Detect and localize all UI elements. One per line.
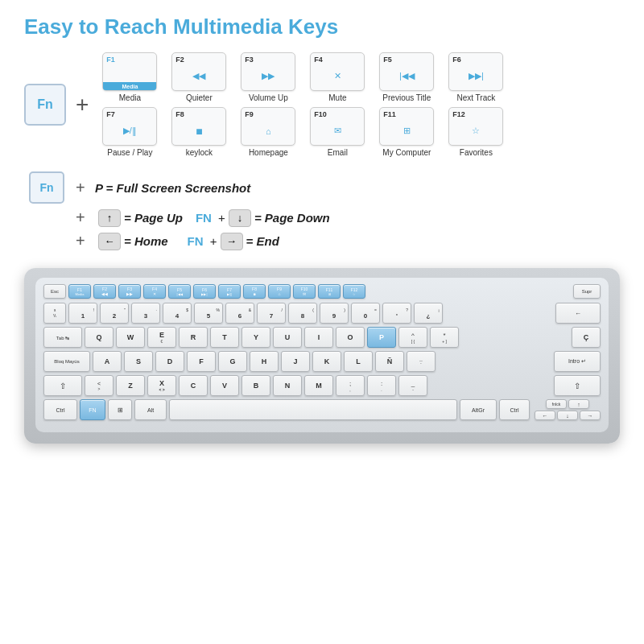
kb-arr-down[interactable]: ↓ bbox=[557, 411, 578, 420]
kb-v[interactable]: V bbox=[210, 375, 239, 396]
kb-r[interactable]: R bbox=[179, 327, 208, 348]
key-caption-f2: Quieter bbox=[186, 93, 213, 102]
kb-5[interactable]: %5 bbox=[194, 303, 223, 324]
kb-m[interactable]: M bbox=[304, 375, 333, 396]
kb-3[interactable]: ·3 bbox=[131, 303, 160, 324]
arrow-down-key: ↓ bbox=[229, 209, 251, 227]
key-item-f3: F3 ▶▶ Volume Up bbox=[237, 52, 299, 102]
kb-lt[interactable]: <> bbox=[85, 375, 114, 396]
key-caption-f7: Pause / Play bbox=[107, 148, 152, 157]
key-box-f2: F2 ◀◀ bbox=[171, 52, 226, 91]
kb-p[interactable]: P bbox=[367, 327, 396, 348]
kb-dash[interactable]: _- bbox=[398, 375, 427, 396]
kb-o[interactable]: O bbox=[336, 327, 365, 348]
title-highlight: Multimedia Keys bbox=[173, 14, 338, 39]
kb-z[interactable]: Z bbox=[116, 375, 145, 396]
kb-x[interactable]: X< > bbox=[147, 375, 176, 396]
kb-enter[interactable]: Intro ↵ bbox=[554, 351, 601, 372]
kb-7[interactable]: /7 bbox=[257, 303, 286, 324]
kb-f7[interactable]: F7▶/‖ bbox=[218, 284, 241, 299]
kb-dotdot[interactable]: ..´ bbox=[407, 351, 436, 372]
kb-q[interactable]: Q bbox=[85, 327, 114, 348]
kb-y[interactable]: Y bbox=[242, 327, 270, 348]
key-caption-f12: Favorites bbox=[460, 148, 493, 157]
kb-u[interactable]: U bbox=[273, 327, 302, 348]
kb-tab[interactable]: Tab ↹ bbox=[43, 327, 82, 348]
key-caption-f1: Media bbox=[119, 93, 141, 102]
kb-f12[interactable]: F12☆ bbox=[343, 284, 365, 299]
kb-excl[interactable]: ¡¿ bbox=[414, 303, 443, 324]
kb-f5[interactable]: F5|◀◀ bbox=[168, 284, 191, 299]
kb-n[interactable]: N bbox=[273, 375, 302, 396]
kb-f10[interactable]: F10✉ bbox=[293, 284, 316, 299]
kb-ctrl-r[interactable]: Ctrl bbox=[499, 399, 530, 420]
page-title: Easy to Reach Multimedia Keys bbox=[24, 14, 338, 39]
kb-alt[interactable]: Alt bbox=[134, 399, 167, 420]
kb-arr-right[interactable]: → bbox=[580, 411, 601, 420]
kb-apos[interactable]: ?' bbox=[382, 303, 411, 324]
kb-bottom-row: Ctrl FN ⊞ Alt AltGr Ctrl fnlck ↑ ← ↓ → bbox=[43, 399, 601, 420]
kb-comma[interactable]: ;, bbox=[336, 375, 365, 396]
kb-a[interactable]: A bbox=[93, 351, 122, 372]
kb-j[interactable]: J bbox=[281, 351, 310, 372]
kb-e[interactable]: E€ bbox=[147, 327, 176, 348]
kb-num-special1[interactable]: ª\\ bbox=[43, 303, 66, 324]
kb-win[interactable]: ⊞ bbox=[108, 399, 132, 420]
kb-w[interactable]: W bbox=[116, 327, 145, 348]
key-item-f9: F9 ⌂ Homepage bbox=[237, 107, 299, 157]
kb-1[interactable]: !1 bbox=[68, 303, 97, 324]
kb-f8[interactable]: F8■ bbox=[243, 284, 266, 299]
kb-6[interactable]: &6 bbox=[225, 303, 254, 324]
kb-f3[interactable]: F3▶▶ bbox=[118, 284, 141, 299]
kb-h[interactable]: H bbox=[250, 351, 279, 372]
kb-altgr[interactable]: AltGr bbox=[460, 399, 497, 420]
keys-grid: F1 Media Media F2 ◀◀ Quieter F3 bbox=[98, 52, 507, 157]
kb-rshift[interactable]: ⇧ bbox=[554, 375, 601, 396]
kb-ctrl-l[interactable]: Ctrl bbox=[43, 399, 77, 420]
kb-supr[interactable]: Supr bbox=[573, 284, 601, 299]
kb-period[interactable]: :. bbox=[367, 375, 396, 396]
key-item-f10: F10 ✉ Email bbox=[306, 107, 369, 157]
keys-row-2: F7 ▶/‖ Pause / Play F8 ■ keylock F bbox=[98, 107, 507, 157]
plus-sign: + bbox=[76, 92, 89, 118]
kb-s[interactable]: S bbox=[124, 351, 153, 372]
kb-c-cedilla[interactable]: Ç bbox=[572, 327, 601, 348]
kb-t[interactable]: T bbox=[210, 327, 239, 348]
kb-arrow-top-label[interactable]: fnlck bbox=[546, 399, 567, 409]
kb-c[interactable]: C bbox=[179, 375, 208, 396]
kb-f1[interactable]: F1Media bbox=[68, 284, 91, 299]
key-caption-f6: Next Track bbox=[456, 93, 495, 102]
kb-backspace[interactable]: ← bbox=[555, 303, 601, 324]
kb-fn-bot[interactable]: FN bbox=[80, 399, 105, 420]
kb-2[interactable]: "2 bbox=[100, 303, 129, 324]
key-box-f7: F7 ▶/‖ bbox=[102, 107, 157, 146]
kb-space[interactable] bbox=[169, 399, 457, 420]
kb-0[interactable]: =0 bbox=[351, 303, 380, 324]
kb-4[interactable]: $4 bbox=[163, 303, 192, 324]
kb-k[interactable]: K bbox=[312, 351, 341, 372]
kb-f11[interactable]: F11⊞ bbox=[318, 284, 341, 299]
kb-caret[interactable]: ^[ { bbox=[398, 327, 427, 348]
kb-f[interactable]: F bbox=[187, 351, 216, 372]
shortcut-row-2: + ↑ = Page Up FN + ↓ = Page Down bbox=[29, 208, 615, 227]
kb-d[interactable]: D bbox=[155, 351, 184, 372]
kb-g[interactable]: G bbox=[218, 351, 247, 372]
kb-lshift[interactable]: ⇧ bbox=[43, 375, 82, 396]
kb-n-tilde[interactable]: Ñ bbox=[375, 351, 404, 372]
kb-esc[interactable]: Esc bbox=[43, 284, 66, 299]
kb-9[interactable]: )9 bbox=[320, 303, 349, 324]
kb-b[interactable]: B bbox=[242, 375, 270, 396]
kb-arr-up[interactable]: ↑ bbox=[568, 399, 589, 409]
kb-star[interactable]: *+ ] bbox=[430, 327, 459, 348]
kb-l[interactable]: L bbox=[344, 351, 373, 372]
kb-i[interactable]: I bbox=[304, 327, 333, 348]
kb-f4[interactable]: F4✕ bbox=[143, 284, 166, 299]
key-caption-f10: Email bbox=[328, 148, 348, 157]
kb-f6[interactable]: F6▶▶| bbox=[193, 284, 216, 299]
kb-arr-left[interactable]: ← bbox=[535, 411, 555, 420]
kb-caps[interactable]: Bloq Mayús bbox=[43, 351, 90, 372]
kb-f2[interactable]: F2◀◀ bbox=[93, 284, 116, 299]
kb-8[interactable]: (8 bbox=[288, 303, 317, 324]
kb-f9[interactable]: F9⌂ bbox=[268, 284, 291, 299]
shortcut-pagedown-text: = Page Down bbox=[254, 211, 330, 225]
